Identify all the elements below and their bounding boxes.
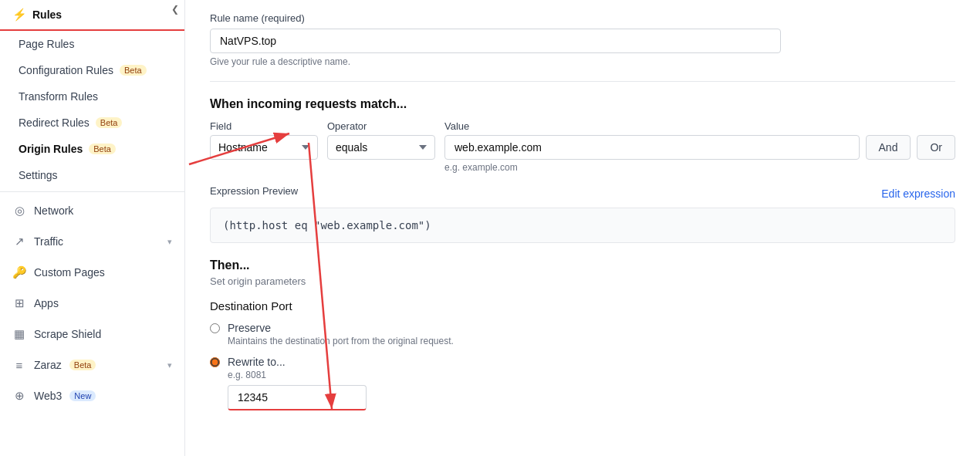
operator-group: Operator equals does not equal contains … [327,120,435,160]
nav-item-label: Web3 [34,390,62,402]
expression-preview-label: Expression Preview [210,185,298,197]
rewrite-hint: e.g. 8081 [228,370,367,380]
rewrite-label-group: Rewrite to... e.g. 8081 [228,356,367,410]
field-group: Field Hostname IP Source Address URI Pat… [210,120,318,160]
preserve-label-group: Preserve Maintains the destination port … [228,322,454,346]
sidebar-item-label: Transform Rules [19,90,98,103]
divider [0,191,184,192]
main-wrapper: Rule name (required) Give your rule a de… [185,0,980,456]
divider [210,81,955,82]
main-content: Rule name (required) Give your rule a de… [185,0,980,456]
sidebar-item-custom-pages[interactable]: 🔑 Custom Pages [0,257,184,288]
rule-name-input[interactable] [210,29,781,53]
preserve-option: Preserve Maintains the destination port … [210,322,955,346]
operator-select[interactable]: equals does not equal contains does not … [327,135,435,160]
value-input[interactable] [444,135,860,160]
sidebar-item-label: Settings [19,169,58,181]
preserve-hint: Maintains the destination port from the … [228,336,454,346]
value-input-row: And Or [444,135,955,160]
apps-icon: ⊞ [12,296,26,310]
sidebar-item-zaraz[interactable]: ≡ Zaraz Beta ▾ [0,350,184,380]
then-section: Then... Set origin parameters Destinatio… [210,258,955,410]
dest-port-title: Destination Port [210,299,955,312]
nav-item-label: Custom Pages [34,266,105,279]
expression-header: Expression Preview Edit expression [210,185,955,201]
traffic-icon: ↗ [12,235,26,248]
nav-item-label: Network [34,204,73,217]
expression-preview-section: Expression Preview Edit expression (http… [210,185,955,243]
network-icon: ◎ [12,204,26,218]
or-button[interactable]: Or [917,135,955,160]
rewrite-option: Rewrite to... e.g. 8081 [210,356,955,410]
nav-item-label: Scrape Shield [34,328,101,340]
expression-preview-box: (http.host eq "web.example.com") [210,208,955,243]
expression-value: (http.host eq "web.example.com") [223,219,431,231]
beta-badge: Beta [96,117,123,128]
rewrite-radio[interactable] [210,357,220,367]
sidebar-item-settings[interactable]: Settings [0,162,184,188]
nav-item-label: Traffic [34,235,63,248]
web3-icon: ⊕ [12,389,26,403]
field-select[interactable]: Hostname IP Source Address URI Path URI … [210,135,318,160]
sidebar-item-origin-rules[interactable]: Origin Rules Beta [0,136,184,162]
beta-badge: Beta [69,360,96,370]
sidebar-section-header: ⚡ Rules [0,0,184,31]
zaraz-icon: ≡ [12,358,26,372]
condition-row: Field Hostname IP Source Address URI Pat… [210,120,955,173]
sidebar-item-configuration-rules[interactable]: Configuration Rules Beta [0,57,184,83]
scrape-shield-icon: ▦ [12,327,26,341]
sidebar-item-page-rules[interactable]: Page Rules [0,31,184,57]
sidebar-item-traffic[interactable]: ↗ Traffic ▾ [0,226,184,257]
value-label: Value [444,120,955,132]
chevron-down-icon: ▾ [167,237,172,247]
sidebar-section-label: Rules [32,8,62,21]
sidebar-item-label: Redirect Rules [19,117,90,129]
sidebar: ❮ ⚡ Rules Page Rules Configuration Rules… [0,0,185,456]
nav-item-label: Apps [34,297,59,309]
beta-badge: Beta [120,65,147,76]
sidebar-item-web3[interactable]: ⊕ Web3 New [0,380,184,411]
sidebar-item-label: Configuration Rules [19,64,113,76]
chevron-down-icon: ▾ [167,360,172,370]
sidebar-item-apps[interactable]: ⊞ Apps [0,288,184,319]
match-section-title: When incoming requests match... [210,97,955,111]
preserve-label: Preserve [228,322,454,334]
rules-icon: ⚡ [12,8,26,22]
edit-expression-link[interactable]: Edit expression [881,187,955,200]
rule-name-hint: Give your rule a descriptive name. [210,56,955,67]
value-hint: e.g. example.com [444,162,955,173]
sidebar-item-transform-rules[interactable]: Transform Rules [0,83,184,110]
rewrite-value-input[interactable] [228,385,367,410]
rule-name-label: Rule name (required) [210,12,955,24]
new-badge: New [69,390,96,401]
operator-label: Operator [327,120,435,132]
then-title: Then... [210,258,955,272]
and-button[interactable]: And [866,135,911,160]
sidebar-item-label: Page Rules [19,38,74,50]
custom-pages-icon: 🔑 [12,265,26,279]
value-group: Value And Or e.g. example.com [444,120,955,173]
then-subtitle: Set origin parameters [210,275,955,287]
sidebar-item-scrape-shield[interactable]: ▦ Scrape Shield [0,319,184,350]
preserve-radio[interactable] [210,323,220,333]
rewrite-label: Rewrite to... [228,356,367,368]
field-label: Field [210,120,318,132]
sidebar-item-label: Origin Rules [19,143,83,155]
rule-name-section: Rule name (required) Give your rule a de… [210,12,955,67]
nav-item-label: Zaraz [34,359,62,371]
beta-badge: Beta [89,144,116,154]
sidebar-collapse-btn[interactable]: ❮ [166,0,184,19]
sidebar-item-network[interactable]: ◎ Network [0,195,184,226]
sidebar-item-redirect-rules[interactable]: Redirect Rules Beta [0,110,184,136]
